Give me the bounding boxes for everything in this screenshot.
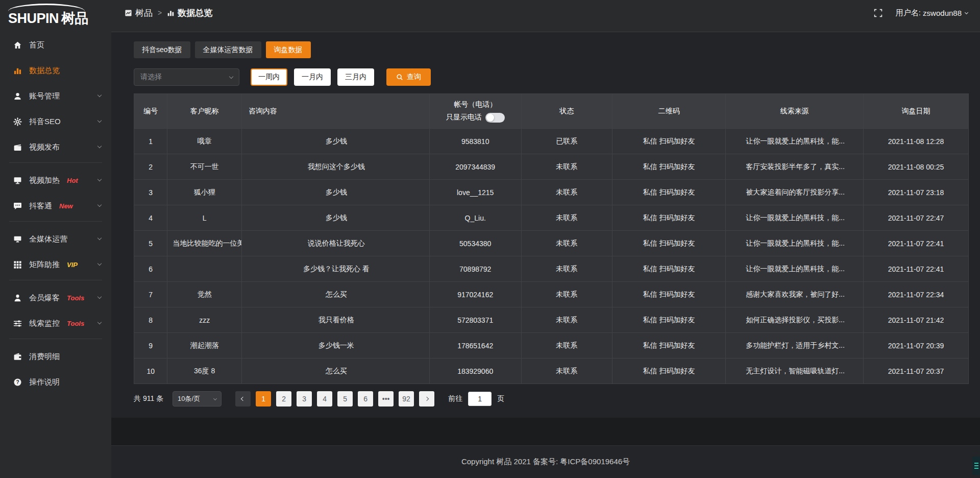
page-button-6[interactable]: 6 xyxy=(358,391,373,407)
cell-source[interactable]: 让你一眼就爱上的黑科技，能... xyxy=(726,129,864,154)
cell-source[interactable]: 让你一眼就爱上的黑科技，能... xyxy=(726,205,864,231)
jump-page-input[interactable] xyxy=(468,392,492,406)
page-button-2[interactable]: 2 xyxy=(276,391,291,407)
spacer xyxy=(111,418,980,445)
cell-content: 说说价格让我死心 xyxy=(241,231,429,256)
cell-qrcode[interactable]: 私信 扫码加好友 xyxy=(612,129,725,154)
cell-status: 未联系 xyxy=(521,231,612,256)
tab-media-operation-data[interactable]: 全媒体运营数据 xyxy=(195,41,261,58)
cell-id: 2 xyxy=(134,154,167,180)
logo[interactable]: SHUPIN树品 xyxy=(0,0,111,32)
breadcrumb-separator: > xyxy=(158,9,162,17)
cell-qrcode[interactable]: 私信 扫码加好友 xyxy=(612,256,725,282)
sidebar-item-video-heating[interactable]: 视频加热Hot xyxy=(0,169,111,192)
sidebar-item-badge: Tools xyxy=(67,320,84,327)
chevron-right-icon xyxy=(425,397,429,401)
column-header-nickname: 客户昵称 xyxy=(167,94,242,129)
cell-source[interactable]: 感谢大家喜欢我家，被问了好... xyxy=(726,282,864,307)
sidebar-item-account-management[interactable]: 账号管理 xyxy=(0,85,111,107)
chevron-down-icon xyxy=(965,10,968,14)
cell-qrcode[interactable]: 私信 扫码加好友 xyxy=(612,358,725,384)
cell-qrcode[interactable]: 私信 扫码加好友 xyxy=(612,205,725,231)
cell-source[interactable]: 被大家追着问的客厅投影分享... xyxy=(726,180,864,205)
chat-widget[interactable] xyxy=(972,457,980,475)
cell-content: 多少钱？让我死心 看 xyxy=(241,256,429,282)
cell-date: 2021-11-08 12:28 xyxy=(863,129,968,154)
sidebar-item-operation-guide[interactable]: ?操作说明 xyxy=(0,371,111,393)
table-row: 5当地比较能吃的一位美女说说价格让我死心50534380未联系私信 扫码加好友让… xyxy=(134,231,969,256)
page-button-1[interactable]: 1 xyxy=(256,391,271,407)
sidebar-item-clue-monitor[interactable]: 线索监控Tools xyxy=(0,312,111,334)
sidebar-item-douyin-seo[interactable]: 抖音SEO xyxy=(0,110,111,133)
cell-qrcode[interactable]: 私信 扫码加好友 xyxy=(612,282,725,307)
logo-text: SHUPIN树品 xyxy=(8,9,88,28)
sidebar-item-label: 抖音SEO xyxy=(29,117,61,127)
cell-source[interactable]: 多功能护栏灯，适用于乡村文... xyxy=(726,333,864,358)
cell-date: 2021-11-07 22:41 xyxy=(863,231,968,256)
cell-qrcode[interactable]: 私信 扫码加好友 xyxy=(612,180,725,205)
cell-content: 怎么买 xyxy=(241,282,429,307)
sidebar-item-video-publish[interactable]: 视频发布 xyxy=(0,136,111,158)
cell-content: 怎么买 xyxy=(241,358,429,384)
phone-only-toggle[interactable] xyxy=(485,113,505,123)
fullscreen-icon[interactable] xyxy=(874,9,883,17)
cell-date: 2021-11-07 20:37 xyxy=(863,358,968,384)
column-header-content: 咨询内容 xyxy=(241,94,429,129)
sidebar-item-matrix-boost[interactable]: 矩阵助推VIP xyxy=(0,253,111,276)
topbar-right: 用户名: zswodun88 xyxy=(874,7,968,19)
prev-page-button[interactable] xyxy=(235,391,251,407)
data-tabs: 抖音seo数据全媒体运营数据询盘数据 xyxy=(134,41,969,58)
cell-qrcode[interactable]: 私信 扫码加好友 xyxy=(612,307,725,333)
cell-id: 3 xyxy=(134,180,167,205)
table-row: 6多少钱？让我死心 看70898792未联系私信 扫码加好友让你一眼就爱上的黑科… xyxy=(134,256,969,282)
video-icon xyxy=(13,143,22,152)
tab-douyin-seo-data[interactable]: 抖音seo数据 xyxy=(134,41,190,58)
cell-source[interactable]: 如何正确选择投影仪，买投影... xyxy=(726,307,864,333)
cell-qrcode[interactable]: 私信 扫码加好友 xyxy=(612,333,725,358)
sidebar-item-data-overview[interactable]: 数据总览 xyxy=(0,59,111,82)
sidebar-menu: 首页数据总览账号管理抖音SEO视频发布视频加热Hot抖客通New全媒体运营矩阵助… xyxy=(0,32,111,393)
page-size-select[interactable]: 10条/页 xyxy=(173,391,222,407)
help-icon: ? xyxy=(13,378,22,387)
page-button-3[interactable]: 3 xyxy=(297,391,312,407)
range-button-one-month[interactable]: 一月内 xyxy=(294,68,331,86)
cell-qrcode[interactable]: 私信 扫码加好友 xyxy=(612,154,725,180)
wallet-icon xyxy=(13,352,22,361)
range-button-three-months[interactable]: 三月内 xyxy=(337,68,374,86)
next-page-button[interactable] xyxy=(419,391,434,407)
cell-source[interactable]: 无主灯设计，智能磁吸轨道灯... xyxy=(726,358,864,384)
cell-status: 未联系 xyxy=(521,282,612,307)
page-button-5[interactable]: 5 xyxy=(337,391,353,407)
cell-account: 917024162 xyxy=(429,282,521,307)
pagination: 共 911 条 10条/页 123456•••92 前往 页 xyxy=(134,391,969,407)
column-header-label: 帐号（电话） xyxy=(435,100,516,109)
filter-select[interactable]: 请选择 xyxy=(134,68,239,86)
monitor-icon xyxy=(13,235,22,244)
sidebar-item-member-burst[interactable]: 会员爆客Tools xyxy=(0,286,111,309)
page-button-4[interactable]: 4 xyxy=(317,391,332,407)
sidebar-item-home[interactable]: 首页 xyxy=(0,34,111,56)
cell-status: 未联系 xyxy=(521,358,612,384)
tab-inquiry-data[interactable]: 询盘数据 xyxy=(266,41,311,58)
cell-source[interactable]: 让你一眼就爱上的黑科技，能... xyxy=(726,231,864,256)
page-button-92[interactable]: 92 xyxy=(399,391,414,407)
breadcrumb-item[interactable]: 树品 xyxy=(125,7,153,19)
footer: Copyright 树品 2021 备案号: 粤ICP备09019646号 xyxy=(111,445,980,478)
sidebar-item-consumption-detail[interactable]: 消费明细 xyxy=(0,345,111,368)
chevron-down-icon xyxy=(97,203,102,207)
cell-qrcode[interactable]: 私信 扫码加好友 xyxy=(612,231,725,256)
range-button-one-week[interactable]: 一周内 xyxy=(251,68,287,86)
sidebar-item-label: 账号管理 xyxy=(29,91,60,101)
cell-status: 已联系 xyxy=(521,129,612,154)
breadcrumb-item[interactable]: 数据总览 xyxy=(167,7,212,19)
user-menu[interactable]: 用户名: zswodun88 xyxy=(896,8,968,18)
sidebar-item-douketong[interactable]: 抖客通New xyxy=(0,195,111,217)
query-button[interactable]: 查询 xyxy=(386,68,431,86)
copyright-text: Copyright 树品 2021 备案号: 粤ICP备09019646号 xyxy=(461,457,630,467)
cell-source[interactable]: 客厅安装投影半年多了，真实... xyxy=(726,154,864,180)
filter-select-placeholder: 请选择 xyxy=(140,73,162,82)
sidebar-item-label: 会员爆客 xyxy=(29,293,60,303)
sidebar-item-media-operation[interactable]: 全媒体运营 xyxy=(0,228,111,250)
more-pages-button[interactable]: ••• xyxy=(378,391,394,407)
cell-source[interactable]: 让你一眼就爱上的黑科技，能... xyxy=(726,256,864,282)
